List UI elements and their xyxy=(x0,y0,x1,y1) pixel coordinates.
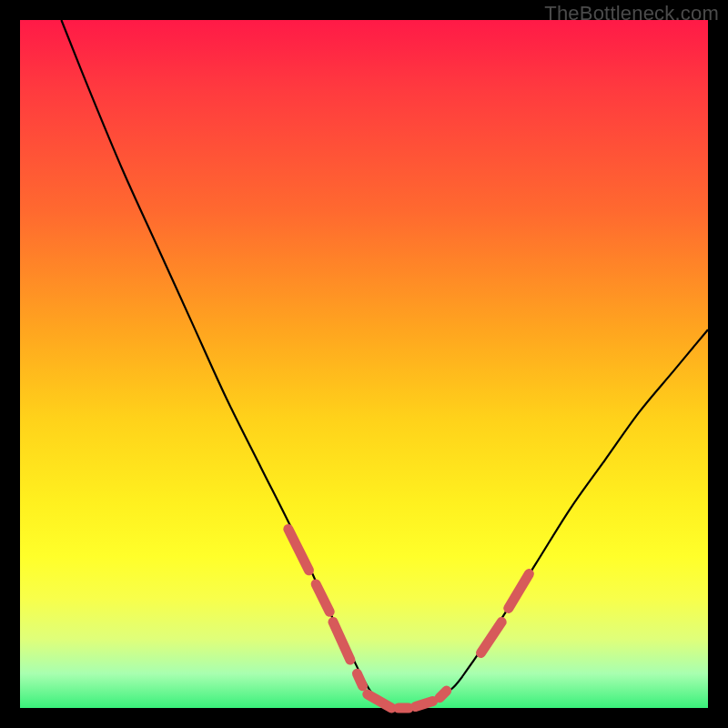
highlight-segment xyxy=(357,673,362,686)
bottleneck-curve xyxy=(20,20,708,708)
highlight-segment xyxy=(509,574,530,609)
watermark-text: TheBottleneck.com xyxy=(544,2,719,25)
highlight-segment xyxy=(288,529,309,570)
highlight-segment xyxy=(440,691,447,698)
highlight-segment xyxy=(416,701,433,706)
plot-area xyxy=(20,20,708,708)
highlight-segment xyxy=(368,694,391,708)
curve-highlights xyxy=(288,529,530,708)
highlight-segment xyxy=(481,622,502,653)
chart-frame: TheBottleneck.com xyxy=(0,0,728,728)
curve-path xyxy=(61,20,708,709)
highlight-segment xyxy=(316,584,329,612)
highlight-segment xyxy=(333,622,350,661)
